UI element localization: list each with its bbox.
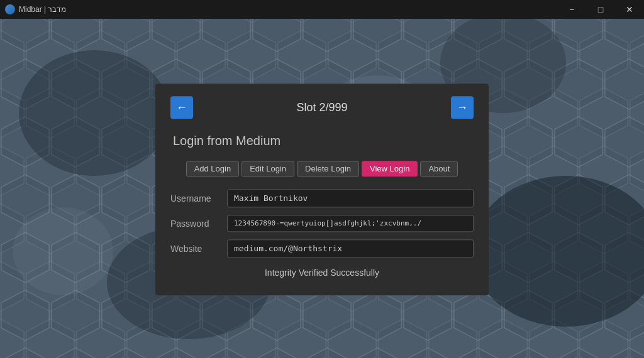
username-field-row: Username Maxim Bortnikov xyxy=(170,189,474,207)
password-label: Password xyxy=(170,219,227,229)
app-title: Midbar | מדבר xyxy=(19,5,66,14)
titlebar-controls: − □ ✕ xyxy=(557,0,644,19)
action-buttons-row: Add Login Edit Login Delete Login View L… xyxy=(170,161,474,176)
about-button[interactable]: About xyxy=(420,161,458,176)
close-button[interactable]: ✕ xyxy=(615,0,644,19)
card-header: ← Slot 2/999 → xyxy=(170,96,474,119)
username-value: Maxim Bortnikov xyxy=(227,189,474,207)
titlebar: Midbar | מדבר − □ ✕ xyxy=(0,0,644,19)
next-button[interactable]: → xyxy=(451,96,474,119)
password-field-row: Password 1234567890-=qwertyuiop[]asdfghj… xyxy=(170,215,474,232)
website-field-row: Website medium.com/@Northstrix xyxy=(170,239,474,258)
maximize-button[interactable]: □ xyxy=(586,0,615,19)
password-value: 1234567890-=qwertyuiop[]asdfghjkl;'zxcvb… xyxy=(227,215,474,232)
svg-point-12 xyxy=(13,207,113,295)
titlebar-left: Midbar | מדבר xyxy=(0,4,66,14)
app-icon xyxy=(5,4,15,14)
delete-login-button[interactable]: Delete Login xyxy=(297,161,359,176)
svg-point-7 xyxy=(19,50,170,176)
add-login-button[interactable]: Add Login xyxy=(186,161,240,176)
edit-login-button[interactable]: Edit Login xyxy=(242,161,294,176)
main-card: ← Slot 2/999 → Login from Medium Add Log… xyxy=(155,84,489,295)
slot-title: Slot 2/999 xyxy=(296,101,347,114)
login-name: Login from Medium xyxy=(170,134,474,148)
view-login-button[interactable]: View Login xyxy=(362,161,418,176)
prev-button[interactable]: ← xyxy=(170,96,193,119)
website-value: medium.com/@Northstrix xyxy=(227,239,474,258)
minimize-button[interactable]: − xyxy=(557,0,586,19)
username-label: Username xyxy=(170,193,227,203)
website-label: Website xyxy=(170,244,227,254)
integrity-message: Integrity Verified Successfully xyxy=(170,268,474,278)
